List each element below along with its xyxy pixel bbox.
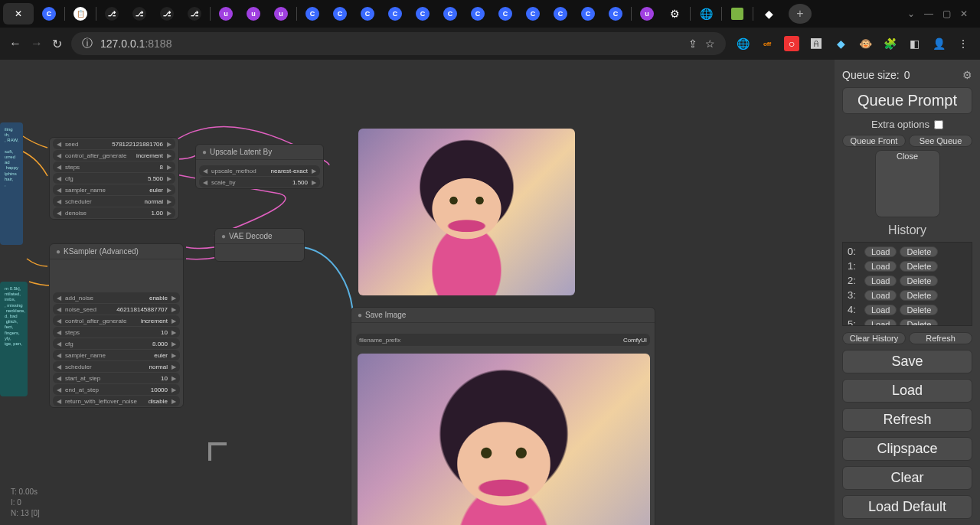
tab[interactable]: ⚙ [662, 2, 687, 26]
increment-icon[interactable]: ▶ [166, 175, 172, 182]
tab[interactable]: C [37, 2, 61, 26]
node-param-row[interactable]: ◀schedulernormal▶ [53, 196, 175, 207]
decrement-icon[interactable]: ◀ [56, 210, 62, 217]
param-value[interactable]: increment [136, 152, 163, 159]
tab[interactable]: ⎇ [100, 2, 124, 26]
increment-icon[interactable]: ▶ [171, 352, 177, 359]
node-param-row[interactable]: ◀schedulernormal▶ [53, 361, 180, 372]
history-delete-button[interactable]: Delete [900, 246, 938, 257]
tab[interactable]: C [493, 2, 518, 26]
active-tab[interactable]: ✕ [3, 3, 34, 24]
history-load-button[interactable]: Load [864, 319, 897, 327]
preview-image-node[interactable] [358, 129, 575, 295]
history-load-button[interactable]: Load [864, 290, 897, 301]
minimize-icon[interactable]: — [924, 8, 933, 19]
param-value[interactable]: increment [141, 318, 168, 324]
close-button[interactable]: Close [875, 150, 940, 217]
tab[interactable]: C [576, 2, 600, 26]
new-tab-button[interactable]: + [789, 4, 812, 24]
site-info-icon[interactable]: ⓘ [82, 37, 93, 51]
increment-icon[interactable]: ▶ [166, 152, 172, 159]
decrement-icon[interactable]: ◀ [56, 364, 62, 370]
node-param-row[interactable]: ◀scale_by1.500▶ [199, 177, 320, 188]
load-button[interactable]: Load [842, 379, 972, 403]
history-list[interactable]: 0:LoadDelete1:LoadDelete2:LoadDelete3:Lo… [842, 242, 972, 326]
increment-icon[interactable]: ▶ [166, 210, 172, 217]
vae-decode-node[interactable]: ●VAE Decode [214, 228, 305, 262]
increment-icon[interactable]: ▶ [171, 364, 177, 370]
profile-icon[interactable]: 👤 [931, 36, 946, 51]
param-value[interactable]: 1.00 [151, 210, 163, 217]
param-value[interactable]: 578122121881706 [112, 141, 163, 148]
close-window-icon[interactable]: ✕ [960, 8, 968, 19]
share-icon[interactable]: ⇪ [688, 38, 697, 50]
node-param-row[interactable]: ◀noise_seed462118145887707▶ [53, 304, 180, 315]
forward-icon[interactable]: → [31, 37, 43, 51]
maximize-icon[interactable]: ▢ [942, 8, 951, 19]
dropdown-icon[interactable]: ⌄ [907, 8, 915, 19]
tab[interactable]: C [300, 2, 325, 26]
close-tab-icon[interactable]: ✕ [15, 8, 22, 19]
tab[interactable]: u [269, 2, 293, 26]
param-value[interactable]: 5.500 [148, 175, 163, 182]
param-value[interactable]: euler [149, 187, 163, 194]
ksampler-node[interactable]: ◀seed578122121881706▶◀control_after_gene… [49, 137, 179, 220]
decrement-icon[interactable]: ◀ [56, 398, 62, 405]
node-param-row[interactable]: ◀upscale_methodnearest-exact▶ [199, 165, 320, 176]
increment-icon[interactable]: ▶ [171, 375, 177, 382]
side-panel-icon[interactable]: ◧ [906, 36, 922, 51]
history-delete-button[interactable]: Delete [900, 276, 938, 286]
extension-icon[interactable]: off [760, 36, 775, 51]
extension-icon[interactable]: ◆ [833, 36, 848, 51]
decrement-icon[interactable]: ◀ [202, 168, 208, 174]
param-value[interactable]: 462118145887707 [116, 306, 168, 313]
history-load-button[interactable]: Load [864, 261, 897, 272]
param-value[interactable]: nearest-exact [271, 168, 308, 174]
node-param-row[interactable]: ◀steps8▶ [53, 161, 175, 172]
ksampler-advanced-node[interactable]: ●KSampler (Advanced) ◀add_noiseenable▶◀n… [49, 243, 184, 408]
increment-icon[interactable]: ▶ [171, 386, 177, 393]
tab[interactable]: ⎇ [182, 2, 207, 26]
increment-icon[interactable]: ▶ [166, 187, 172, 194]
increment-icon[interactable]: ▶ [166, 141, 172, 148]
refresh-history-button[interactable]: Refresh [909, 332, 972, 344]
param-value[interactable]: disable [149, 398, 168, 405]
decrement-icon[interactable]: ◀ [56, 175, 62, 182]
param-value[interactable]: normal [145, 198, 163, 205]
node-param-row[interactable]: ◀control_after_generateincrement▶ [53, 150, 175, 161]
tab[interactable]: ⎇ [155, 2, 179, 26]
decrement-icon[interactable]: ◀ [56, 329, 62, 336]
history-delete-button[interactable]: Delete [900, 261, 938, 272]
decrement-icon[interactable]: ◀ [56, 318, 62, 324]
node-param-row[interactable]: ◀steps10▶ [53, 327, 180, 338]
param-value[interactable]: euler [154, 352, 168, 359]
node-param-row[interactable]: ◀return_with_leftover_noisedisable▶ [53, 396, 180, 406]
node-param-row[interactable]: ◀add_noiseenable▶ [53, 292, 180, 303]
increment-icon[interactable]: ▶ [171, 398, 177, 405]
see-queue-button[interactable]: See Queue [909, 135, 972, 147]
node-param-row[interactable]: ◀end_at_step10000▶ [53, 384, 180, 395]
param-value[interactable]: 1.500 [292, 179, 308, 186]
increment-icon[interactable]: ▶ [166, 164, 172, 171]
decrement-icon[interactable]: ◀ [56, 375, 62, 382]
extension-icon[interactable]: ○ [784, 36, 799, 51]
tab[interactable]: C [328, 2, 352, 26]
param-value[interactable]: enable [149, 295, 168, 302]
history-load-button[interactable]: Load [864, 305, 897, 315]
history-delete-button[interactable]: Delete [900, 305, 938, 315]
extra-options-checkbox[interactable] [934, 120, 943, 129]
param-value[interactable]: 10 [161, 329, 168, 336]
queue-front-button[interactable]: Queue Front [842, 135, 906, 147]
decrement-icon[interactable]: ◀ [56, 386, 62, 393]
tab[interactable]: 📋 [68, 2, 93, 26]
tab[interactable]: u [635, 2, 659, 26]
save-image-node[interactable]: ●Save Image filename_prefix ComfyUI [351, 307, 655, 525]
increment-icon[interactable]: ▶ [311, 179, 317, 186]
node-param-row[interactable]: ◀control_after_generateincrement▶ [53, 315, 180, 326]
tab[interactable]: C [603, 2, 628, 26]
increment-icon[interactable]: ▶ [171, 341, 177, 347]
back-icon[interactable]: ← [9, 37, 21, 51]
menu-icon[interactable]: ⋮ [956, 36, 971, 51]
queue-prompt-button[interactable]: Queue Prompt [842, 87, 972, 114]
tab[interactable]: u [241, 2, 266, 26]
